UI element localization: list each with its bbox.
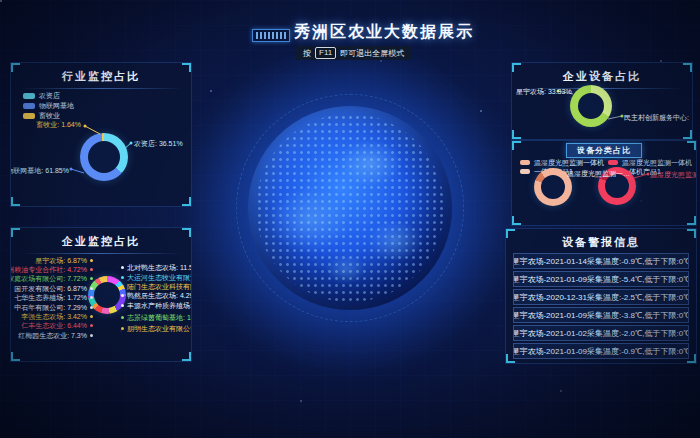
chart-callout: 农资店: 36.51% <box>134 139 183 149</box>
page-title: 秀洲区农业大数据展示 <box>294 22 474 43</box>
chart-callout: 星宇农场: 6.87% <box>35 256 93 265</box>
alarm-row[interactable]: 星宇农场-2021-01-09采集温度:-0.9℃,低于下限:0℃ <box>513 343 689 359</box>
legend-swatch <box>23 113 35 119</box>
tip-prefix: 按 <box>303 48 311 59</box>
chart-callout: 家庭农场有限公司: 7.72% <box>10 274 93 283</box>
chart-callout: 志景绿茵葡萄基地: 15.02% <box>121 313 192 322</box>
alarm-row[interactable]: 星宇农场-2021-01-14采集温度:-0.9℃,低于下限:0℃ <box>513 253 689 269</box>
chart-callout: 仁丰生态农业: 6.44% <box>21 321 93 330</box>
chart-callout: 大运河生态牧业有限责任公 <box>121 273 192 282</box>
panel-title: 企业监控占比 <box>11 234 191 249</box>
chart-callout: 物联网基地: 61.85% <box>10 166 69 176</box>
dashboard: 秀洲区农业大数据展示 按 F11 即可退出全屏模式 行业监控占比 农资店 物联网… <box>0 0 700 438</box>
panel-industry-monitor: 行业监控占比 农资店 物联网基地 畜牧业 畜牧业: 1.64% 农资店: 36.… <box>10 62 192 207</box>
chart-callout: 陆门生态农业科技有限公 <box>121 282 192 291</box>
chart-callout: 温湿度光照监测一… <box>567 169 630 179</box>
panel-device-alarms: 设备警报信息 星宇农场-2021-01-14采集温度:-0.9℃,低于下限:0℃… <box>505 228 697 364</box>
industry-legend: 农资店 物联网基地 畜牧业 <box>23 91 74 121</box>
panel-device-category: 设备分类占比 温湿度光照监测一体机 一体机产品1 温湿度光照监测一体机 一体机产… <box>511 140 697 226</box>
equipment-donut-chart[interactable] <box>570 85 612 127</box>
divider <box>19 253 183 254</box>
chart-callout: 民主村创新服务中心: <box>624 113 689 123</box>
legend-item[interactable]: 农资店 <box>23 91 74 101</box>
legend-swatch <box>520 160 530 165</box>
f11-keycap: F11 <box>315 47 336 59</box>
legend-label: 农资店 <box>39 91 60 101</box>
divider <box>19 88 183 89</box>
industry-donut-chart[interactable] <box>80 133 128 181</box>
brand-logo <box>252 29 290 42</box>
legend-item[interactable]: 物联网基地 <box>23 101 74 111</box>
alarm-row[interactable]: 星宇农场-2020-12-31采集温度:-2.5℃,低于下限:0℃ <box>513 289 689 305</box>
chart-callout: 七华生态养殖场: 1.72% <box>14 293 93 302</box>
chart-callout: 鸭然居生态农场: 4.29 <box>121 291 192 300</box>
panel-title: 企业设备占比 <box>512 69 692 84</box>
star-field <box>0 0 2 2</box>
chart-callout: 丰源水产种质养殖场: 1. <box>121 301 192 310</box>
chart-callout: 温湿度光照监测一… <box>650 170 697 180</box>
panel-equipment-ratio: 企业设备占比 星宇农场: 33.33% 民主村创新服务中心: <box>511 62 693 140</box>
panel-title: 设备警报信息 <box>506 235 696 250</box>
panel-title: 设备分类占比 <box>566 143 642 158</box>
alarm-row[interactable]: 星宇农场-2021-01-02采集温度:-2.0℃,低于下限:0℃ <box>513 325 689 341</box>
legend-label: 物联网基地 <box>39 101 74 111</box>
chart-callout: 北对鸭生态农场: 11.56% <box>121 263 192 272</box>
chart-callout: 朋明生态农业有限公司: 6.87% <box>121 324 192 333</box>
chart-callout: 李强生态农场: 3.42% <box>21 312 93 321</box>
legend-swatch <box>23 93 35 99</box>
panel-title: 行业监控占比 <box>11 69 191 84</box>
chart-callout: 星宇农场: 33.33% <box>516 87 572 97</box>
chart-callout: 秀洲粮油专业合作社: 4.72% <box>10 265 93 274</box>
alarm-row[interactable]: 星宇农场-2021-01-09采集温度:-3.8℃,低于下限:0℃ <box>513 307 689 323</box>
legend-swatch <box>23 103 35 109</box>
alarm-row[interactable]: 星宇农场-2021-01-09采集温度:-5.4℃,低于下限:0℃ <box>513 271 689 287</box>
legend-swatch <box>520 169 530 174</box>
tip-suffix: 即可退出全屏模式 <box>340 48 404 59</box>
chart-callout: 国开发有限公司: 6.87% <box>14 284 93 293</box>
chart-callout: 中石年有限公司: 7.29% <box>14 303 93 312</box>
chart-callout: 红梅园生态农业: 7.3% <box>18 331 93 340</box>
globe-visual <box>248 106 452 310</box>
chart-callout: 畜牧业: 1.64% <box>36 120 81 130</box>
panel-enterprise-monitor: 企业监控占比 星宇农场: 6.87% 秀洲粮油专业合作社: 4.72% 家庭农场… <box>10 227 192 362</box>
globe-dot-map <box>256 114 444 302</box>
fullscreen-tip: 按 F11 即可退出全屏模式 <box>296 46 411 60</box>
legend-swatch <box>608 160 618 165</box>
